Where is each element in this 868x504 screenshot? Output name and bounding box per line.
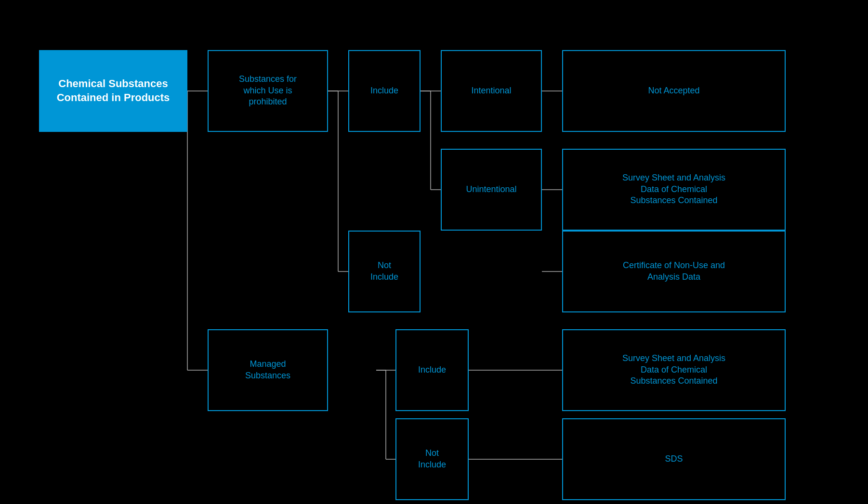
- certificate-label: Certificate of Non-Use and Analysis Data: [623, 260, 725, 283]
- not-include1-label: Not Include: [370, 260, 398, 283]
- managed-node: Managed Substances: [208, 329, 328, 411]
- root-node: Chemical Substances Contained in Product…: [39, 50, 187, 132]
- survey1-node: Survey Sheet and Analysis Data of Chemic…: [562, 149, 786, 231]
- not-accepted-node: Not Accepted: [562, 50, 786, 132]
- include1-node: Include: [348, 50, 421, 132]
- prohibited-node: Substances for which Use is prohibited: [208, 50, 328, 132]
- intentional-label: Intentional: [471, 85, 511, 96]
- survey2-label: Survey Sheet and Analysis Data of Chemic…: [622, 353, 725, 387]
- certificate-node: Certificate of Non-Use and Analysis Data: [562, 231, 786, 312]
- survey1-label: Survey Sheet and Analysis Data of Chemic…: [622, 172, 725, 206]
- not-include2-label: Not Include: [418, 448, 446, 470]
- unintentional-node: Unintentional: [441, 149, 542, 231]
- include1-label: Include: [370, 85, 398, 96]
- managed-label: Managed Substances: [245, 359, 290, 381]
- intentional-node: Intentional: [441, 50, 542, 132]
- not-include2-node: Not Include: [395, 418, 469, 500]
- unintentional-label: Unintentional: [466, 184, 516, 195]
- include2-node: Include: [395, 329, 469, 411]
- root-label: Chemical Substances Contained in Product…: [57, 77, 170, 104]
- not-include1-node: Not Include: [348, 231, 421, 312]
- survey2-node: Survey Sheet and Analysis Data of Chemic…: [562, 329, 786, 411]
- sds-node: SDS: [562, 418, 786, 500]
- include2-label: Include: [418, 364, 446, 375]
- diagram-container: Chemical Substances Contained in Product…: [25, 16, 843, 488]
- sds-label: SDS: [665, 453, 683, 465]
- prohibited-label: Substances for which Use is prohibited: [239, 74, 297, 107]
- not-accepted-label: Not Accepted: [648, 85, 699, 96]
